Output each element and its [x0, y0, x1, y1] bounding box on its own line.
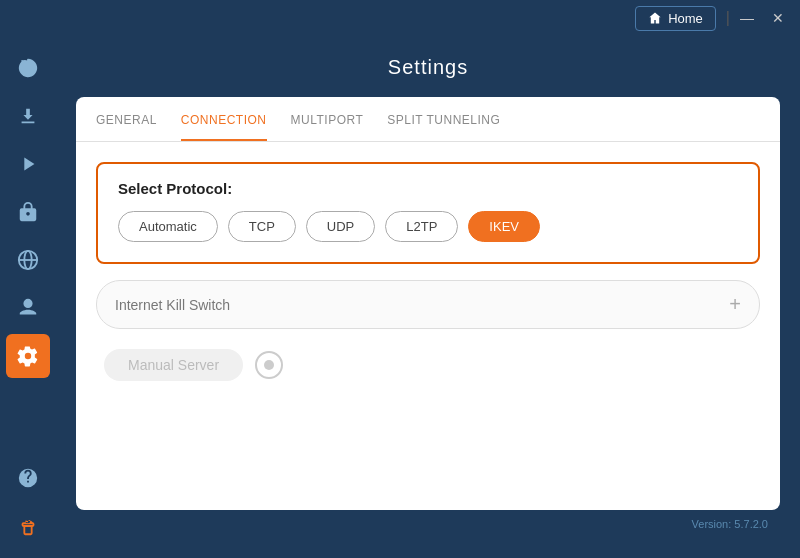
- protocol-btn-automatic[interactable]: Automatic: [118, 211, 218, 242]
- title-bar: Home | — ✕: [0, 0, 800, 36]
- sidebar-item-lock[interactable]: [6, 190, 50, 234]
- user-icon: [17, 297, 39, 319]
- main-container: Settings GENERAL CONNECTION MULTIPORT SP…: [0, 36, 800, 558]
- tab-connection[interactable]: CONNECTION: [181, 113, 267, 141]
- close-button[interactable]: ✕: [764, 9, 792, 27]
- home-button[interactable]: Home: [635, 6, 716, 31]
- sidebar-item-gift[interactable]: [6, 504, 50, 548]
- home-label: Home: [668, 11, 703, 26]
- help-icon: [17, 467, 39, 489]
- settings-panel: GENERAL CONNECTION MULTIPORT SPLIT TUNNE…: [76, 97, 780, 510]
- version-bar: Version: 5.7.2.0: [76, 510, 780, 538]
- kill-switch-label: Internet Kill Switch: [115, 297, 230, 313]
- minimize-button[interactable]: —: [732, 9, 762, 27]
- sidebar-item-play[interactable]: [6, 142, 50, 186]
- window-controls: — ✕: [732, 9, 792, 27]
- protocol-box: Select Protocol: Automatic TCP UDP L2TP …: [96, 162, 760, 264]
- kill-switch-row[interactable]: Internet Kill Switch +: [96, 280, 760, 329]
- tab-multiport[interactable]: MULTIPORT: [291, 113, 364, 141]
- tab-general[interactable]: GENERAL: [96, 113, 157, 141]
- separator: |: [724, 9, 732, 27]
- ip-icon: [17, 249, 39, 271]
- tab-bar: GENERAL CONNECTION MULTIPORT SPLIT TUNNE…: [76, 97, 780, 142]
- sidebar: [0, 36, 56, 558]
- sidebar-item-user[interactable]: [6, 286, 50, 330]
- manual-server-toggle[interactable]: [255, 351, 283, 379]
- sidebar-item-ip[interactable]: [6, 238, 50, 282]
- download-icon: [17, 105, 39, 127]
- protocol-btn-ikev[interactable]: IKEV: [468, 211, 540, 242]
- power-icon: [17, 57, 39, 79]
- protocol-label: Select Protocol:: [118, 180, 738, 197]
- page-title: Settings: [76, 56, 780, 79]
- protocol-buttons: Automatic TCP UDP L2TP IKEV: [118, 211, 738, 242]
- settings-icon: [17, 345, 39, 367]
- tab-split-tunneling[interactable]: SPLIT TUNNELING: [387, 113, 500, 141]
- gift-icon: [17, 515, 39, 537]
- manual-server-label: Manual Server: [104, 349, 243, 381]
- sidebar-item-power[interactable]: [6, 46, 50, 90]
- version-label: Version: 5.7.2.0: [692, 518, 768, 530]
- sidebar-item-download[interactable]: [6, 94, 50, 138]
- sidebar-item-help[interactable]: [6, 456, 50, 500]
- play-icon: [17, 153, 39, 175]
- lock-icon: [17, 201, 39, 223]
- toggle-inner: [264, 360, 274, 370]
- protocol-btn-udp[interactable]: UDP: [306, 211, 375, 242]
- protocol-btn-tcp[interactable]: TCP: [228, 211, 296, 242]
- home-icon: [648, 11, 662, 25]
- manual-server-row: Manual Server: [96, 345, 760, 385]
- sidebar-item-settings[interactable]: [6, 334, 50, 378]
- panel-content: Select Protocol: Automatic TCP UDP L2TP …: [76, 142, 780, 405]
- content-area: Settings GENERAL CONNECTION MULTIPORT SP…: [56, 36, 800, 558]
- protocol-btn-l2tp[interactable]: L2TP: [385, 211, 458, 242]
- kill-switch-add-icon[interactable]: +: [729, 293, 741, 316]
